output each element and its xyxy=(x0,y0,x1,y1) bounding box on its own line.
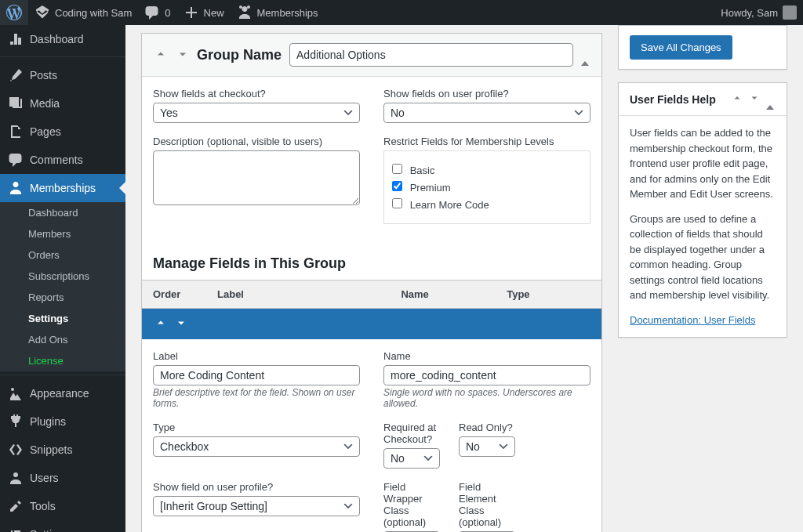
table-header-row: Order Label Name Type xyxy=(142,280,601,309)
sub-settings[interactable]: Settings xyxy=(0,308,125,329)
help-up-icon[interactable] xyxy=(730,91,744,107)
sub-members[interactable]: Members xyxy=(0,223,125,244)
site-name[interactable]: Coding with Sam xyxy=(28,0,138,25)
menu-appearance[interactable]: Appearance xyxy=(0,379,125,407)
help-p1: User fields can be added to the membersh… xyxy=(630,125,776,202)
field-body: Label Brief descriptive text for the fie… xyxy=(142,339,601,532)
group-name-input[interactable] xyxy=(289,43,573,67)
menu-media[interactable]: Media xyxy=(0,89,125,118)
sub-addons[interactable]: Add Ons xyxy=(0,329,125,350)
field-label-label: Label xyxy=(153,350,360,362)
wp-logo[interactable] xyxy=(0,0,28,25)
show-profile-label: Show fields on user profile? xyxy=(383,88,590,100)
field-move-up-icon[interactable] xyxy=(153,315,169,333)
levels-box: Basic Premium Learn More Code xyxy=(383,150,590,224)
description-label: Description (optional, visible to users) xyxy=(153,136,360,147)
sub-license[interactable]: License xyxy=(0,350,125,371)
field-name-input[interactable] xyxy=(383,365,590,385)
save-all-button[interactable]: Save All Changes xyxy=(630,35,732,60)
fields-table: Order Label Name Type xyxy=(142,280,601,309)
menu-snippets[interactable]: Snippets xyxy=(0,436,125,464)
help-box: User Fields Help User fields can be adde… xyxy=(618,82,787,338)
help-p2: Groups are used to define a collection o… xyxy=(630,212,776,303)
restrict-label: Restrict Fields for Membership Levels xyxy=(383,136,590,147)
field-name-help: Single word with no spaces. Underscores … xyxy=(383,387,590,409)
show-checkout-label: Show fields at checkout? xyxy=(153,88,360,100)
menu-dashboard[interactable]: Dashboard xyxy=(0,25,125,53)
level-basic[interactable]: Basic xyxy=(392,164,582,176)
help-title: User Fields Help xyxy=(630,93,716,106)
collapse-group-icon[interactable] xyxy=(580,48,590,63)
readonly-select[interactable]: No xyxy=(459,436,515,457)
menu-plugins[interactable]: Plugins xyxy=(0,407,125,436)
field-label-input[interactable] xyxy=(153,365,360,385)
menu-tools[interactable]: Tools xyxy=(0,492,125,520)
my-account[interactable]: Howdy, Sam xyxy=(714,0,803,25)
required-label: Required at Checkout? xyxy=(383,422,440,445)
sub-subscriptions[interactable]: Subscriptions xyxy=(0,266,125,287)
doc-link[interactable]: Documentation: User Fields xyxy=(630,314,755,326)
ab-memberships[interactable]: Memberships xyxy=(231,0,325,25)
level-premium[interactable]: Premium xyxy=(392,181,582,194)
memberships-submenu: Dashboard Members Orders Subscriptions R… xyxy=(0,202,125,371)
admin-menu: Dashboard Posts Media Pages Comments Mem… xyxy=(0,25,125,532)
field-label-help: Brief descriptive text for the field. Sh… xyxy=(153,387,360,409)
menu-pages[interactable]: Pages xyxy=(0,118,125,146)
save-box: Save All Changes xyxy=(618,25,787,70)
sub-orders[interactable]: Orders xyxy=(0,244,125,266)
field-row-header xyxy=(142,309,601,339)
new-content[interactable]: New xyxy=(177,0,231,25)
wrapper-label: Field Wrapper Class (optional) xyxy=(383,481,440,528)
field-move-down-icon[interactable] xyxy=(173,315,189,333)
group-title: Group Name xyxy=(197,47,282,63)
help-down-icon[interactable] xyxy=(747,91,761,107)
avatar xyxy=(783,5,797,20)
description-textarea[interactable] xyxy=(153,150,360,205)
field-name-label: Name xyxy=(383,350,590,362)
field-type-select[interactable]: Checkbox xyxy=(153,436,360,457)
manage-heading: Manage Fields in This Group xyxy=(142,255,601,272)
group-box: Group Name Show fields at checkout? Yes … xyxy=(141,33,602,532)
move-down-icon[interactable] xyxy=(175,46,191,64)
element-label: Field Element Class (optional) xyxy=(459,481,515,528)
menu-users[interactable]: Users xyxy=(0,464,125,492)
help-toggle-icon[interactable] xyxy=(765,92,776,107)
menu-comments[interactable]: Comments xyxy=(0,146,125,174)
field-profile-label: Show field on user profile? xyxy=(153,481,360,493)
sub-dashboard[interactable]: Dashboard xyxy=(0,202,125,223)
show-checkout-select[interactable]: Yes xyxy=(153,103,360,123)
required-select[interactable]: No xyxy=(383,448,440,469)
menu-memberships[interactable]: Memberships xyxy=(0,174,125,202)
menu-posts[interactable]: Posts xyxy=(0,61,125,89)
admin-bar: Coding with Sam 0 New Memberships Howdy,… xyxy=(0,0,803,25)
move-up-icon[interactable] xyxy=(153,46,169,64)
menu-settings[interactable]: Settings xyxy=(0,520,125,532)
show-profile-select[interactable]: No xyxy=(383,103,590,123)
readonly-label: Read Only? xyxy=(459,422,515,433)
comments-link[interactable]: 0 xyxy=(138,0,176,25)
field-type-label: Type xyxy=(153,422,360,433)
field-profile-select[interactable]: [Inherit Group Setting] xyxy=(153,496,360,516)
level-learnmore[interactable]: Learn More Code xyxy=(392,198,582,211)
sub-reports[interactable]: Reports xyxy=(0,287,125,308)
